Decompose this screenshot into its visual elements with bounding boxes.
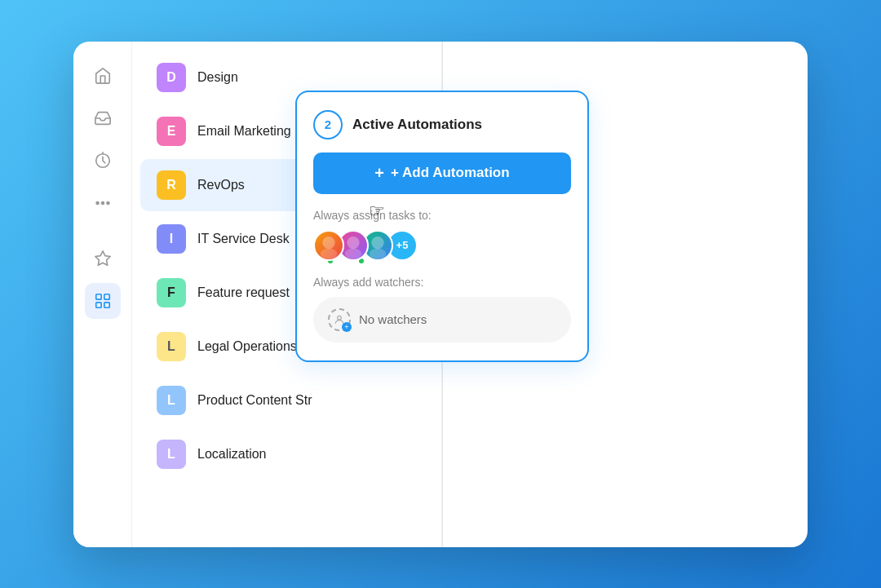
- timer-icon[interactable]: [85, 143, 121, 179]
- face-svg-1: [315, 232, 343, 259]
- svg-point-4: [107, 201, 109, 204]
- add-icon: +: [374, 164, 384, 183]
- item-avatar: L: [157, 332, 186, 361]
- no-watchers-label: No watchers: [359, 312, 427, 326]
- svg-rect-8: [95, 302, 100, 307]
- list-item[interactable]: L Product Content Str: [140, 374, 433, 427]
- item-avatar: L: [157, 440, 186, 469]
- add-watcher-plus: +: [342, 322, 352, 332]
- no-watchers-icon: +: [328, 308, 351, 331]
- item-label: Legal Operations: [197, 339, 297, 354]
- list-item[interactable]: L Localization: [140, 428, 433, 480]
- item-label: Feature request: [197, 285, 290, 300]
- item-label: Product Content Str: [197, 393, 312, 408]
- svg-point-16: [338, 316, 342, 320]
- item-avatar: F: [157, 278, 186, 307]
- item-avatar: D: [157, 63, 186, 92]
- icon-sidebar: [73, 42, 132, 547]
- more-icon[interactable]: [85, 185, 121, 221]
- item-label: RevOps: [197, 178, 245, 192]
- svg-marker-5: [95, 250, 109, 264]
- svg-point-14: [371, 236, 383, 248]
- item-avatar: R: [157, 170, 186, 200]
- item-label: IT Service Desk: [197, 232, 290, 246]
- inbox-icon[interactable]: [85, 100, 121, 136]
- automation-popup: 2 Active Automations + + Add Automation …: [295, 91, 589, 362]
- svg-rect-9: [104, 302, 108, 307]
- favorites-icon[interactable]: [85, 241, 121, 276]
- svg-point-12: [347, 236, 359, 248]
- svg-point-3: [101, 201, 104, 204]
- watchers-section-label: Always add watchers:: [313, 276, 571, 289]
- more-count-label: +5: [396, 239, 409, 251]
- app-container: D Design E Email Marketing R RevOps I IT…: [73, 42, 808, 547]
- no-watchers-button[interactable]: + No watchers: [313, 297, 571, 343]
- automation-count-badge: 2: [313, 110, 343, 139]
- item-avatar: E: [157, 117, 186, 146]
- popup-title: Active Automations: [352, 117, 482, 133]
- item-avatar: I: [157, 224, 186, 254]
- svg-point-2: [96, 201, 99, 204]
- item-avatar: L: [157, 386, 186, 415]
- svg-rect-7: [104, 294, 108, 298]
- item-label: Localization: [197, 447, 267, 462]
- assign-section-label: Always assign tasks to:: [313, 209, 571, 222]
- assignee-avatar-group: +5: [313, 230, 571, 261]
- item-label: Email Marketing: [197, 124, 291, 139]
- main-content: D Design E Email Marketing R RevOps I IT…: [132, 42, 808, 547]
- assignee-avatar-1[interactable]: [313, 230, 344, 261]
- popup-header: 2 Active Automations: [313, 110, 571, 139]
- svg-point-10: [322, 236, 334, 248]
- svg-point-11: [321, 248, 337, 259]
- svg-point-13: [345, 248, 361, 259]
- svg-rect-6: [95, 294, 100, 298]
- add-automation-button[interactable]: + + Add Automation: [313, 153, 571, 194]
- item-label: Design: [197, 70, 238, 85]
- svg-point-15: [370, 248, 386, 259]
- grid-icon[interactable]: [85, 283, 121, 319]
- home-icon[interactable]: [85, 58, 121, 94]
- add-automation-label: + Add Automation: [391, 165, 510, 181]
